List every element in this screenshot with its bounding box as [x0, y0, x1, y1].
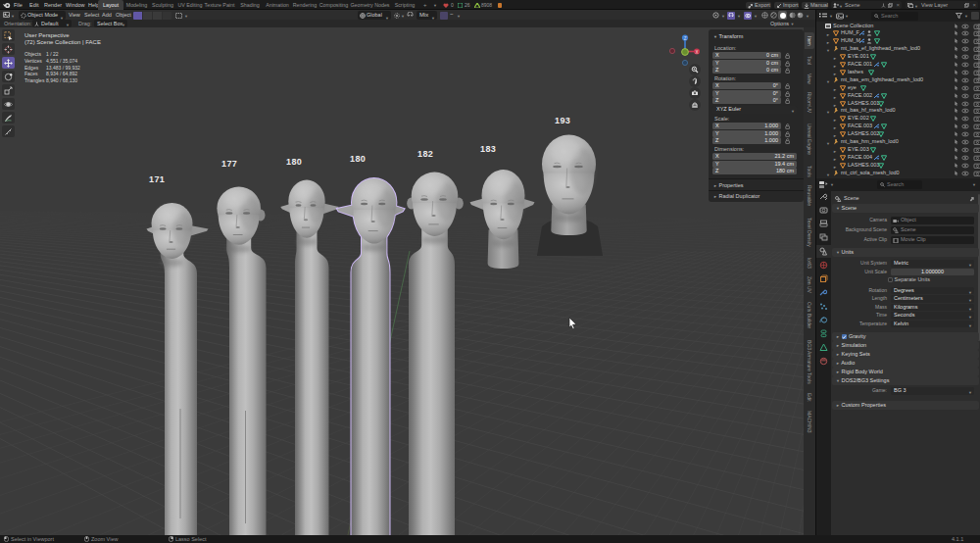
svg-text:X: X [695, 50, 698, 55]
svg-text:Z: Z [684, 36, 687, 41]
